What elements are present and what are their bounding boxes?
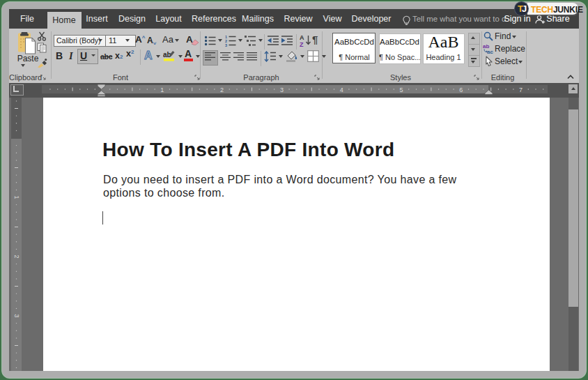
svg-text:A: A xyxy=(300,34,304,41)
svg-text:Z: Z xyxy=(300,41,304,47)
svg-text:ac: ac xyxy=(487,49,493,54)
svg-text:3: 3 xyxy=(225,43,227,47)
svg-text:1: 1 xyxy=(160,86,164,93)
svg-text:6: 6 xyxy=(459,86,463,93)
svg-text:3: 3 xyxy=(280,86,284,93)
svg-text:7: 7 xyxy=(519,86,523,93)
svg-text:5: 5 xyxy=(399,86,403,93)
svg-text:2: 2 xyxy=(220,86,224,93)
svg-text:4: 4 xyxy=(340,86,343,93)
svg-text:1: 1 xyxy=(13,195,20,199)
svg-text:3: 3 xyxy=(13,314,20,317)
svg-text:A: A xyxy=(144,50,153,61)
svg-text:2: 2 xyxy=(13,254,20,258)
